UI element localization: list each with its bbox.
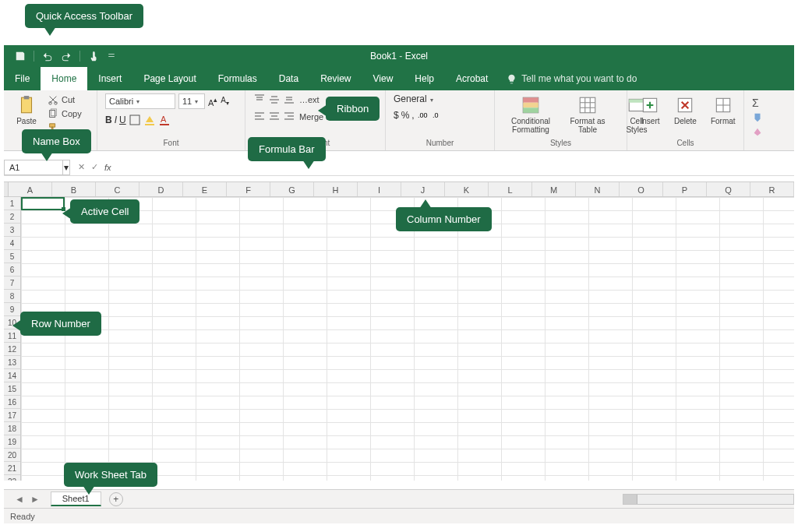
tab-data[interactable]: Data <box>268 67 309 90</box>
align-left-icon[interactable] <box>253 111 266 123</box>
autosum-icon[interactable]: Σ <box>752 97 759 109</box>
border-button[interactable] <box>129 114 141 126</box>
font-color-button[interactable]: A <box>158 114 171 126</box>
row-header[interactable]: 16 <box>4 396 20 409</box>
column-header[interactable]: G <box>270 182 314 196</box>
column-header[interactable]: I <box>358 182 401 196</box>
column-header[interactable]: M <box>532 182 576 196</box>
touch-mode-icon[interactable] <box>88 51 99 62</box>
sheet-nav-next-icon[interactable]: ► <box>30 494 40 505</box>
name-box-dropdown[interactable]: ▾ <box>62 160 70 175</box>
row-header[interactable]: 21 <box>4 462 20 475</box>
row-header[interactable]: 17 <box>4 409 20 422</box>
tab-view[interactable]: View <box>362 67 404 90</box>
column-header[interactable]: C <box>96 182 139 196</box>
row-header[interactable]: 22 <box>4 475 20 481</box>
row-header[interactable]: 20 <box>4 449 20 462</box>
tab-page-layout[interactable]: Page Layout <box>132 67 207 90</box>
name-box[interactable]: A1 <box>4 160 62 175</box>
align-middle-icon[interactable] <box>268 93 281 106</box>
column-header[interactable]: N <box>576 182 620 196</box>
tab-insert[interactable]: Insert <box>87 67 132 90</box>
cancel-formula-icon[interactable]: ✕ <box>78 162 85 172</box>
column-header[interactable]: E <box>183 182 227 196</box>
tab-file[interactable]: File <box>4 67 41 90</box>
wrap-text-button[interactable]: …ext <box>298 94 321 105</box>
cut-button[interactable]: Cut <box>46 93 83 106</box>
fill-color-button[interactable] <box>143 114 156 126</box>
row-header[interactable]: 2 <box>4 210 20 224</box>
enter-formula-icon[interactable]: ✓ <box>91 162 98 172</box>
customize-qat-icon[interactable] <box>107 51 116 61</box>
row-header[interactable]: 6 <box>4 263 20 277</box>
row-header[interactable]: 13 <box>4 356 20 369</box>
column-header[interactable]: J <box>401 182 445 196</box>
horizontal-scrollbar[interactable] <box>623 494 794 505</box>
column-header[interactable]: K <box>445 182 489 196</box>
row-header[interactable]: 3 <box>4 224 20 237</box>
new-sheet-button[interactable]: + <box>109 492 123 506</box>
tab-help[interactable]: Help <box>404 67 445 90</box>
increase-decimal-button[interactable]: .00 <box>417 109 429 122</box>
undo-icon[interactable] <box>42 51 53 62</box>
comma-format-button[interactable]: , <box>411 110 414 121</box>
accounting-format-button[interactable]: $ <box>394 110 399 121</box>
align-top-icon[interactable] <box>253 93 266 106</box>
tell-me-search[interactable]: Tell me what you want to do <box>507 67 637 90</box>
column-header[interactable]: D <box>139 182 183 196</box>
tab-formulas[interactable]: Formulas <box>207 67 268 90</box>
bold-button[interactable]: B <box>105 115 112 125</box>
column-header[interactable]: Q <box>707 182 750 196</box>
tab-review[interactable]: Review <box>309 67 362 90</box>
column-header[interactable]: F <box>227 182 270 196</box>
row-header[interactable]: 5 <box>4 250 20 263</box>
column-header[interactable]: O <box>620 182 663 196</box>
fill-icon[interactable] <box>752 112 763 123</box>
font-size-combo[interactable]: 11▾ <box>178 93 205 109</box>
column-header[interactable]: P <box>663 182 707 196</box>
row-header[interactable]: 18 <box>4 422 20 435</box>
formula-bar-input[interactable] <box>119 160 794 175</box>
format-cells-button[interactable]: Format <box>706 93 740 127</box>
row-header[interactable]: 15 <box>4 382 20 396</box>
row-header[interactable]: 12 <box>4 343 20 356</box>
clear-icon[interactable] <box>752 126 763 137</box>
italic-button[interactable]: I <box>115 115 117 125</box>
column-header[interactable]: H <box>314 182 358 196</box>
copy-button[interactable]: Copy <box>46 107 83 120</box>
align-bottom-icon[interactable] <box>283 93 295 106</box>
insert-cells-button[interactable]: Insert <box>635 93 665 127</box>
worksheet-grid[interactable] <box>21 197 794 481</box>
conditional-formatting-button[interactable]: Conditional Formatting <box>503 93 559 136</box>
percent-format-button[interactable]: % <box>401 110 410 121</box>
redo-icon[interactable] <box>61 51 72 62</box>
number-format-combo[interactable]: General▾ <box>394 93 486 104</box>
align-right-icon[interactable] <box>283 111 295 123</box>
font-name-combo[interactable]: Calibri▾ <box>105 93 175 109</box>
decrease-decimal-button[interactable]: .0 <box>432 109 444 122</box>
active-cell[interactable] <box>21 197 65 210</box>
row-header[interactable]: 7 <box>4 277 20 290</box>
paste-button[interactable]: Paste <box>12 93 41 127</box>
scrollbar-thumb[interactable] <box>623 495 637 504</box>
format-as-table-button[interactable]: Format as Table <box>563 93 612 136</box>
fx-icon[interactable]: fx <box>104 163 111 172</box>
row-header[interactable]: 19 <box>4 435 20 449</box>
row-header[interactable]: 4 <box>4 237 20 250</box>
column-header[interactable]: A <box>9 182 52 196</box>
column-header[interactable]: L <box>489 182 532 196</box>
row-header[interactable]: 9 <box>4 303 20 316</box>
tab-acrobat[interactable]: Acrobat <box>445 67 499 90</box>
increase-font-icon[interactable]: A▴ <box>208 95 217 107</box>
sheet-nav-prev-icon[interactable]: ◄ <box>15 494 24 505</box>
underline-button[interactable]: U <box>119 115 126 125</box>
tab-home[interactable]: Home <box>41 67 87 90</box>
column-header[interactable]: B <box>52 182 96 196</box>
align-center-icon[interactable] <box>268 111 281 123</box>
row-header[interactable]: 1 <box>4 197 20 210</box>
row-header[interactable]: 14 <box>4 369 20 382</box>
save-icon[interactable] <box>15 51 26 62</box>
row-header[interactable]: 8 <box>4 290 20 303</box>
decrease-font-icon[interactable]: A▾ <box>221 96 229 107</box>
column-header[interactable]: R <box>750 182 794 196</box>
